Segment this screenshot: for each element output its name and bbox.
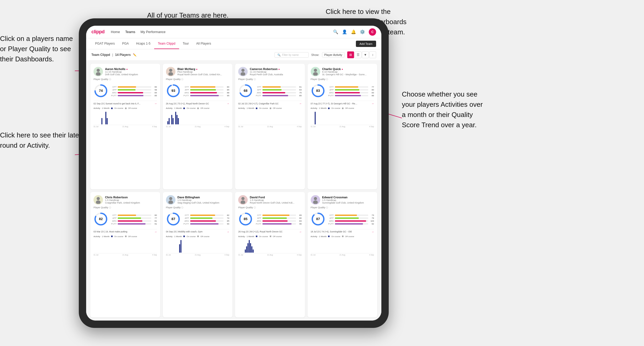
- latest-round-arrow[interactable]: →: [227, 230, 229, 233]
- latest-round-arrow[interactable]: →: [227, 102, 229, 105]
- quality-section[interactable]: 85 OTT 89 APP 80 A: [238, 212, 302, 227]
- search-icon[interactable]: 🔍: [333, 29, 338, 34]
- arg-fill: [335, 220, 366, 222]
- player-card[interactable]: Edward Crossman 1-5 Handicap Sunningdale…: [308, 192, 377, 318]
- sort-button[interactable]: ↕: [369, 51, 376, 58]
- latest-round[interactable]: 26 Aug 23 | 73 (+1), Royal North Devon G…: [166, 101, 230, 105]
- nav-link-my-performance[interactable]: My Performance: [141, 29, 165, 35]
- latest-round[interactable]: 26 Aug 23 | 84 (+12), Royal North Devon …: [238, 229, 302, 233]
- putt-fill: [262, 223, 292, 225]
- nav-link-home[interactable]: Home: [111, 29, 120, 35]
- chart-label-sep: 4 Sep: [225, 126, 229, 127]
- putt-fill: [335, 223, 363, 225]
- show-select[interactable]: Player Activity: [322, 52, 345, 57]
- quality-ring[interactable]: 87: [311, 212, 325, 227]
- latest-round-arrow[interactable]: →: [154, 102, 157, 105]
- app-label: APP: [255, 217, 261, 219]
- chart-label-aug: 21 Aug: [122, 254, 128, 256]
- app-value: 63: [297, 89, 302, 91]
- on-course-dot: [328, 108, 330, 109]
- player-card[interactable]: Charlie Quick ● 6-10 Handicap St. George…: [308, 64, 377, 189]
- filter-button[interactable]: ▼: [362, 51, 369, 58]
- latest-round[interactable]: 03 Mar 23 | 19, Must make putting →: [94, 229, 157, 233]
- arg-bar-row: ARG 81: [110, 220, 157, 222]
- quality-section[interactable]: 68 OTT 61 APP 63 A: [238, 83, 302, 99]
- player-card[interactable]: Dave Billingham 1-5 Handicap Stag Maging…: [163, 192, 233, 318]
- activity-section: Activity · 1 Month On course Off course: [311, 107, 374, 127]
- quality-section[interactable]: 87 OTT 73 APP 79 A: [311, 212, 374, 227]
- latest-round-arrow[interactable]: →: [371, 102, 374, 105]
- quality-section[interactable]: 74 OTT 60 APP 58 A: [94, 83, 157, 99]
- app-bar-row: APP 74: [183, 217, 230, 219]
- quality-ring[interactable]: 82: [94, 212, 108, 227]
- player-name[interactable]: Charlie Quick ●: [322, 67, 374, 71]
- player-card[interactable]: Aaron Nicholls ● 11-15 Handicap Drift Go…: [90, 64, 160, 189]
- edit-icon[interactable]: ✏️: [133, 53, 137, 57]
- player-name[interactable]: Cameron Robertson ●: [250, 67, 302, 71]
- player-name[interactable]: David Ford: [250, 196, 302, 199]
- bell-icon[interactable]: 🔔: [351, 29, 356, 34]
- player-card[interactable]: Cameron Robertson ● 11-15 Handicap Royal…: [235, 64, 305, 189]
- latest-round-arrow[interactable]: →: [299, 102, 302, 105]
- search-box[interactable]: 🔍 Filter by name: [274, 52, 309, 58]
- quality-section[interactable]: 83 OTT 77 APP 80 A: [311, 83, 374, 99]
- player-name[interactable]: Chris Robertson: [105, 196, 157, 199]
- app-label: APP: [183, 217, 189, 219]
- tab-team-clippd[interactable]: Team Clippd: [154, 38, 179, 49]
- avatar[interactable]: C: [369, 28, 376, 36]
- app-bar-row: APP 80: [328, 89, 374, 91]
- arg-fill: [118, 92, 143, 93]
- quality-ring[interactable]: 85: [238, 212, 253, 227]
- player-header: Chris Robertson 1-5 Handicap Craigmillar…: [94, 195, 157, 205]
- app-value: 80: [369, 89, 374, 91]
- latest-round-arrow[interactable]: →: [299, 230, 302, 233]
- arg-value: 103: [369, 220, 374, 222]
- player-club: Royal Perth Golf Club, Australia: [250, 73, 302, 76]
- player-name[interactable]: Dave Billingham: [178, 196, 230, 199]
- latest-round[interactable]: 04 Sep 23 | Mobility with coach, Gym →: [166, 229, 230, 233]
- quality-ring[interactable]: 87: [166, 212, 181, 227]
- tab-pgat-players[interactable]: PGAT Players: [91, 38, 118, 49]
- tab-pga[interactable]: PGA: [118, 38, 132, 49]
- latest-round-arrow[interactable]: →: [154, 230, 157, 233]
- quality-ring[interactable]: 83: [311, 83, 325, 99]
- player-name[interactable]: Blair McHarg ●: [178, 67, 230, 71]
- quality-section[interactable]: 82 OTT 60 APP 77 A: [94, 212, 157, 227]
- grid-view-button[interactable]: ⊞: [347, 51, 354, 58]
- arg-track: [335, 220, 368, 222]
- latest-round[interactable]: 18 Jul 23 | 74 (+4), Sunningdale GC - Ol…: [311, 229, 374, 233]
- arg-value: 83: [297, 220, 302, 222]
- player-card[interactable]: Chris Robertson 1-5 Handicap Craigmillar…: [90, 192, 160, 318]
- app-label: APP: [110, 89, 117, 91]
- tab-all-players[interactable]: All Players: [193, 38, 215, 49]
- putt-value: 91: [152, 223, 157, 225]
- quality-ring[interactable]: 74: [94, 83, 108, 99]
- chart-x-labels: 31 Jul 21 Aug 4 Sep: [166, 254, 230, 256]
- svg-point-15: [241, 69, 245, 72]
- settings-icon[interactable]: ⚙️: [360, 29, 365, 34]
- quality-ring[interactable]: 93: [166, 83, 181, 99]
- player-card[interactable]: Blair McHarg ● Plus Handicap Royal North…: [163, 64, 233, 189]
- list-view-button[interactable]: ☰: [355, 51, 361, 58]
- nav-link-teams[interactable]: Teams: [125, 29, 135, 35]
- player-card[interactable]: David Ford 1-5 Handicap Royal North Devo…: [235, 192, 305, 318]
- player-name[interactable]: Edward Crossman: [322, 196, 374, 199]
- latest-round[interactable]: 07 Aug 23 | 77 (+7), St George's Hill GC…: [311, 101, 374, 105]
- quality-section[interactable]: 87 OTT 82 APP 74 A: [166, 212, 230, 227]
- profile-icon[interactable]: 👤: [342, 29, 347, 34]
- chart-label-sep: 4 Sep: [152, 254, 157, 256]
- app-track: [262, 217, 296, 219]
- latest-round-arrow[interactable]: →: [371, 230, 374, 233]
- ott-bar-row: OTT 84: [183, 86, 230, 88]
- app-fill: [262, 89, 282, 91]
- add-team-button[interactable]: Add Team: [356, 41, 376, 47]
- latest-round[interactable]: 02 Sep 23 | Sunset round to get back int…: [94, 101, 157, 105]
- activity-label: Activity · 1 Month: [311, 235, 327, 238]
- quality-section[interactable]: 93 OTT 84 APP 85 A: [166, 83, 230, 99]
- quality-ring[interactable]: 68: [238, 83, 253, 99]
- tab-tour[interactable]: Tour: [179, 38, 193, 49]
- latest-round[interactable]: 02 Jul 23 | 59 (+17), Craigmillar Park G…: [238, 101, 302, 105]
- on-course-label: On course: [331, 107, 340, 109]
- tab-hcaps[interactable]: Hcaps 1-5: [132, 38, 154, 49]
- player-name[interactable]: Aaron Nicholls ●: [105, 67, 157, 71]
